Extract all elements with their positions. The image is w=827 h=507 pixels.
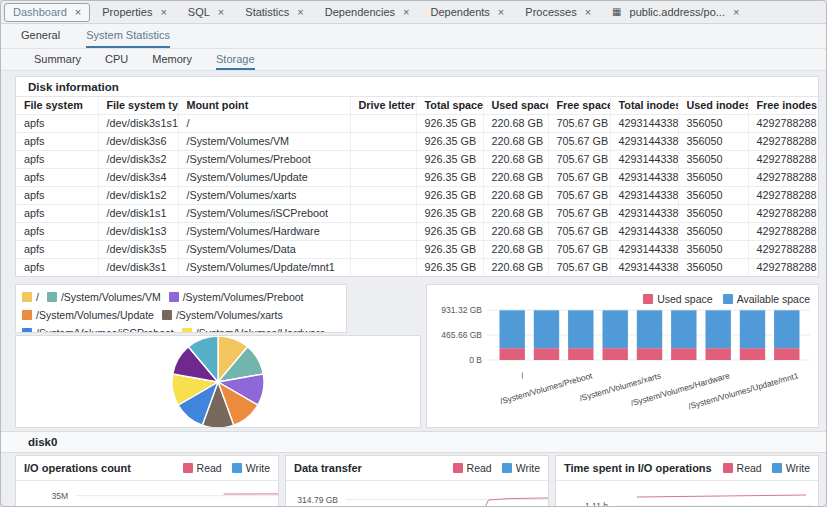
legend-item-system-volumes-hardware: /System/Volumes/Hardware: [182, 326, 326, 333]
cell: 4292788288: [748, 133, 824, 151]
legend-color-chip: [182, 328, 192, 333]
cell: /dev/disk3s1s1: [98, 115, 178, 133]
legend-label: /System/Volumes/Preboot: [183, 290, 304, 304]
disk0-section-header: disk0: [1, 431, 826, 453]
tab-summary[interactable]: Summary: [34, 49, 81, 70]
cell: 705.67 GB: [548, 169, 610, 187]
storage-section: Disk information File systemFile system …: [1, 71, 826, 428]
column-header-free-inodes[interactable]: Free inodes: [748, 97, 824, 115]
tab-general[interactable]: General: [21, 24, 60, 48]
column-header-file-system-type[interactable]: File system type: [98, 97, 178, 115]
cell: [350, 205, 416, 223]
tab-storage[interactable]: Storage: [216, 49, 255, 70]
tab-label: Dashboard: [13, 6, 67, 18]
cell: 4292788288: [748, 151, 824, 169]
cell: 356050: [678, 241, 748, 259]
tab-properties[interactable]: Properties×: [93, 3, 176, 22]
cell: apfs: [16, 133, 98, 151]
bar-segment-used-space: [740, 348, 765, 360]
legend-label: Used space: [657, 292, 712, 306]
cell: 926.35 GB: [416, 151, 483, 169]
table-row: apfs/dev/disk3s1s1/926.35 GB220.68 GB705…: [16, 115, 824, 133]
cell: 926.35 GB: [416, 205, 483, 223]
cell: 220.68 GB: [483, 241, 548, 259]
cell: 4292788288: [748, 205, 824, 223]
tab-sql[interactable]: SQL×: [179, 3, 233, 22]
close-icon[interactable]: ×: [160, 7, 166, 18]
legend-color-chip: [22, 328, 32, 333]
legend-label: /: [36, 290, 39, 304]
cell: /System/Volumes/xarts: [178, 187, 350, 205]
cell: 220.68 GB: [483, 205, 548, 223]
column-header-drive-letter[interactable]: Drive letter: [350, 97, 416, 115]
x-tick-label: /: [520, 370, 526, 380]
tab-public-address-po[interactable]: ▦public.address/po...×: [603, 3, 748, 22]
legend-item-write: Write: [772, 461, 810, 475]
bar-segment-available-space: [534, 310, 559, 348]
cell: 4293144338: [610, 205, 678, 223]
tab-processes[interactable]: Processes×: [516, 3, 600, 22]
tab-statistics[interactable]: Statistics×: [236, 3, 312, 22]
column-header-used-inodes[interactable]: Used inodes: [678, 97, 748, 115]
bar-segment-available-space: [671, 310, 696, 348]
table-header: File systemFile system typeMount pointDr…: [16, 97, 824, 115]
legend-item-system-volumes-iscpreboot: /System/Volumes/iSCPreboot: [22, 326, 174, 333]
cell: /dev/disk3s2: [98, 151, 178, 169]
storage-charts-row: //System/Volumes/VM/System/Volumes/Prebo…: [15, 284, 819, 428]
cell: /dev/disk1s3: [98, 223, 178, 241]
column-header-used-space[interactable]: Used space: [483, 97, 548, 115]
close-icon[interactable]: ×: [733, 7, 739, 18]
table-row: apfs/dev/disk3s1/System/Volumes/Update/m…: [16, 259, 824, 277]
chart-legend: ReadWrite: [443, 459, 540, 477]
cell: 926.35 GB: [416, 223, 483, 241]
legend-label: /System/Volumes/VM: [61, 290, 161, 304]
cell: 705.67 GB: [548, 241, 610, 259]
column-header-total-space[interactable]: Total space: [416, 97, 483, 115]
total-space-pie-chart: [16, 336, 420, 428]
column-header-free-space[interactable]: Free space: [548, 97, 610, 115]
data-transfer-chart: 314.79 GB: [286, 481, 548, 507]
tab-memory[interactable]: Memory: [152, 49, 192, 70]
close-icon[interactable]: ×: [75, 7, 81, 18]
close-icon[interactable]: ×: [498, 7, 504, 18]
close-icon[interactable]: ×: [585, 7, 591, 18]
cell: /dev/disk3s1: [98, 259, 178, 277]
cell: /System/Volumes/Update/mnt1: [178, 259, 350, 277]
chart-title: Time spent in I/O operations: [564, 462, 712, 474]
cell: [350, 169, 416, 187]
legend-color-chip: [723, 463, 733, 473]
bar-segment-available-space: [740, 310, 765, 348]
legend-item-root: /: [22, 290, 39, 304]
legend-label: /System/Volumes/iSCPreboot: [36, 326, 174, 333]
close-icon[interactable]: ×: [218, 7, 224, 18]
close-icon[interactable]: ×: [403, 7, 409, 18]
cell: 4292788288: [748, 187, 824, 205]
column-header-total-inodes[interactable]: Total inodes: [610, 97, 678, 115]
cell: 220.68 GB: [483, 151, 548, 169]
legend-item-read: Read: [183, 461, 222, 475]
tab-label: Statistics: [245, 6, 289, 18]
legend-color-chip: [643, 294, 653, 304]
pgadmin-dashboard-window: Dashboard×Properties×SQL×Statistics×Depe…: [0, 0, 827, 507]
legend-item-write: Write: [232, 461, 270, 475]
tab-dashboard[interactable]: Dashboard×: [4, 3, 90, 22]
legend-color-chip: [22, 292, 32, 302]
bar-segment-used-space: [671, 348, 696, 360]
cell: 4293144338: [610, 169, 678, 187]
disk-information-title: Disk information: [16, 77, 818, 96]
bar-chart-legend: Used spaceAvailable space: [633, 290, 810, 308]
cell: 926.35 GB: [416, 241, 483, 259]
legend-color-chip: [162, 310, 172, 320]
cell: 356050: [678, 115, 748, 133]
close-icon[interactable]: ×: [297, 7, 303, 18]
dashboard-nav: GeneralSystem Statistics: [1, 24, 826, 49]
bar-segment-used-space: [603, 348, 628, 360]
tab-cpu[interactable]: CPU: [105, 49, 128, 70]
tab-dependents[interactable]: Dependents×: [422, 3, 514, 22]
column-header-mount-point[interactable]: Mount point: [178, 97, 350, 115]
disk-information-panel: Disk information File systemFile system …: [15, 76, 819, 277]
tab-dependencies[interactable]: Dependencies×: [316, 3, 419, 22]
column-header-file-system[interactable]: File system: [16, 97, 98, 115]
tab-system-statistics[interactable]: System Statistics: [86, 24, 170, 48]
table-row: apfs/dev/disk3s5/System/Volumes/Data926.…: [16, 241, 824, 259]
